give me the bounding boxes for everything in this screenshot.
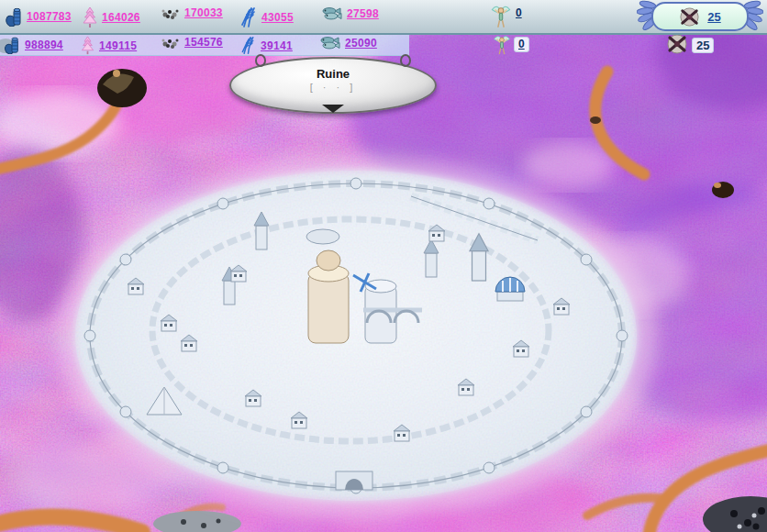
resource-wood-value: 164026 [102,11,140,24]
fish-icon [319,36,340,50]
wheat-icon [240,6,257,28]
location-coords: [ · · ] [231,82,435,93]
resource-grain[interactable]: 39141 [240,36,293,55]
dropdown-arrow-icon[interactable] [322,105,344,113]
resource-wood[interactable]: 164026 [83,6,140,28]
compass-x-icon[interactable] [666,33,688,59]
premium-pill[interactable]: 25 [651,2,749,31]
premium-count-link[interactable]: 25 [707,10,720,24]
fairy-icon[interactable] [491,33,513,61]
resource-stone[interactable]: 154576 [161,36,223,49]
location-plaque[interactable]: Ruine [ · · ] [229,57,437,114]
premium-badge[interactable]: 25 [637,0,763,35]
resource-fish[interactable]: 25090 [319,36,377,50]
resource-gold-value: 988894 [25,39,63,51]
fairy-count-link[interactable]: 0 [514,37,529,52]
resource-wood-value: 149115 [99,39,137,52]
resource-gold[interactable]: 1087783 [6,6,72,27]
coins-icon [4,36,20,54]
wheat-icon [240,36,256,55]
resource-grain-value: 43055 [261,11,294,24]
compass-x-icon [679,6,700,28]
fairy-icon[interactable] [490,3,512,34]
resource-fish-value: 27598 [347,7,379,20]
resource-grain-value: 39141 [261,39,293,52]
resource-stone-value: 154576 [184,36,223,49]
stones-icon [161,36,180,49]
chain-ring-icon [400,54,411,67]
fish-icon [321,6,342,20]
fairy-count-link[interactable]: 0 [516,6,522,19]
stones-icon [161,6,180,19]
chain-ring-icon [255,54,266,67]
coins-icon [6,6,22,27]
tree-icon [81,36,94,55]
resource-stone-value: 170033 [184,6,223,19]
resource-gold[interactable]: 988894 [4,36,63,54]
resource-grain[interactable]: 43055 [240,6,294,28]
resource-gold-value: 1087783 [27,10,72,23]
premium-count-badge[interactable]: 25 [692,37,714,53]
resource-fish[interactable]: 27598 [321,6,379,20]
tree-icon [83,6,97,28]
resource-stone[interactable]: 170033 [161,6,223,19]
game-viewport: 1087783 164026 170033 [0,0,767,532]
resource-wood[interactable]: 149115 [81,36,137,55]
location-title: Ruine [231,67,435,81]
resource-fish-value: 25090 [345,37,377,50]
